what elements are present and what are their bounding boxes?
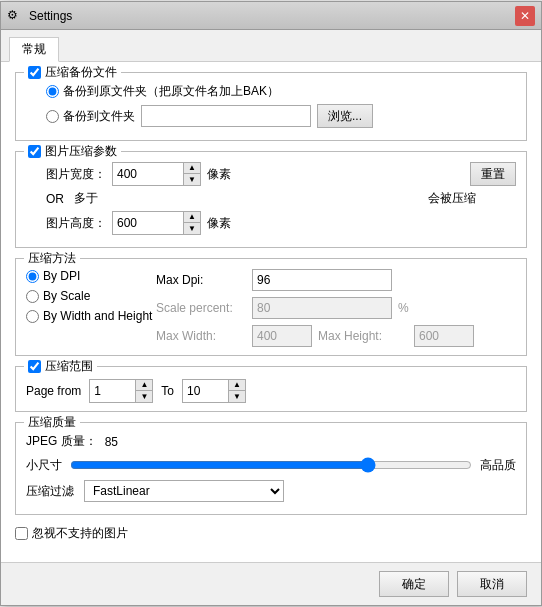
width-label: 图片宽度： [46, 166, 106, 183]
max-width-label: Max Width: [156, 329, 246, 343]
scale-row: Scale percent: % [156, 297, 516, 319]
range-inner: Page from ▲ ▼ To ▲ ▼ [26, 379, 516, 403]
max-dpi-row: Max Dpi: [156, 269, 516, 291]
jpeg-label: JPEG 质量： [26, 433, 97, 450]
image-compress-group: 图片压缩参数 图片宽度： ▲ ▼ 像素 重置 [15, 151, 527, 248]
filter-row: 压缩过滤 FastLinear Linear Lanczos None [26, 480, 516, 502]
browse-button[interactable]: 浏览... [317, 104, 373, 128]
height-unit: 像素 [207, 215, 231, 232]
compress-file-title: 压缩备份文件 [24, 64, 121, 81]
height-spinner-btns: ▲ ▼ [183, 212, 200, 234]
backup-folder-input[interactable] [141, 105, 311, 127]
max-wh-row: Max Width: Max Height: [156, 325, 516, 347]
height-down-btn[interactable]: ▼ [184, 223, 200, 234]
page-from-label: Page from [26, 384, 81, 398]
to-down-btn[interactable]: ▼ [229, 391, 245, 402]
ok-button[interactable]: 确定 [379, 571, 449, 597]
or-row: OR 多于 会被压缩 [26, 190, 516, 207]
compress-method-group: 压缩方法 By DPI By Scale By Width and Height [15, 258, 527, 356]
height-label: 图片高度： [46, 215, 106, 232]
width-down-btn[interactable]: ▼ [184, 174, 200, 185]
filter-select[interactable]: FastLinear Linear Lanczos None [84, 480, 284, 502]
quality-inner: JPEG 质量： 85 小尺寸 高品质 压缩过滤 FastLinear Line… [26, 433, 516, 502]
window-title: Settings [29, 9, 72, 23]
tab-bar: 常规 [1, 30, 541, 62]
image-compress-inner: 图片宽度： ▲ ▼ 像素 重置 OR 多于 [26, 162, 516, 235]
scale-label: Scale percent: [156, 301, 246, 315]
max-height-label: Max Height: [318, 329, 408, 343]
height-row: 图片高度： ▲ ▼ 像素 [26, 211, 516, 235]
method-wh-radio[interactable] [26, 310, 39, 323]
image-compress-checkbox-label[interactable]: 图片压缩参数 [28, 143, 117, 160]
scale-input[interactable] [252, 297, 392, 319]
backup-option1-radio[interactable] [46, 85, 59, 98]
titlebar-left: ⚙ Settings [7, 8, 72, 24]
image-compress-checkbox[interactable] [28, 145, 41, 158]
tab-general[interactable]: 常规 [9, 37, 59, 62]
image-compress-title: 图片压缩参数 [24, 143, 121, 160]
jpeg-quality-row: JPEG 质量： 85 [26, 433, 516, 450]
compress-text: 会被压缩 [428, 190, 476, 207]
footer: 确定 取消 [1, 562, 541, 605]
method-scale-radio[interactable] [26, 290, 39, 303]
more-than-text: 多于 [74, 190, 98, 207]
window-icon: ⚙ [7, 8, 23, 24]
high-quality-label: 高品质 [480, 457, 516, 474]
compress-quality-title: 压缩质量 [24, 414, 80, 431]
max-dpi-label: Max Dpi: [156, 273, 246, 287]
width-up-btn[interactable]: ▲ [184, 163, 200, 174]
ignore-checkbox[interactable] [15, 527, 28, 540]
compress-range-checkbox-label[interactable]: 压缩范围 [28, 358, 93, 375]
height-up-btn[interactable]: ▲ [184, 212, 200, 223]
jpeg-value: 85 [105, 435, 118, 449]
method-scale-label[interactable]: By Scale [26, 289, 156, 303]
settings-window: ⚙ Settings ✕ 常规 压缩备份文件 备份到原文件夹（把原文件名加上BA… [0, 1, 542, 606]
width-input[interactable] [113, 163, 183, 185]
from-input[interactable] [90, 380, 135, 402]
small-size-label: 小尺寸 [26, 457, 62, 474]
reset-button[interactable]: 重置 [470, 162, 516, 186]
method-wh-label[interactable]: By Width and Height [26, 309, 156, 323]
width-row: 图片宽度： ▲ ▼ 像素 重置 [26, 162, 516, 186]
compress-range-group: 压缩范围 Page from ▲ ▼ To ▲ ▼ [15, 366, 527, 412]
height-input[interactable] [113, 212, 183, 234]
to-spinner: ▲ ▼ [182, 379, 246, 403]
compress-method-inner: By DPI By Scale By Width and Height Max … [26, 269, 516, 347]
method-fields: Max Dpi: Scale percent: % Max Width: Max… [156, 269, 516, 347]
method-dpi-label[interactable]: By DPI [26, 269, 156, 283]
backup-option1-label[interactable]: 备份到原文件夹（把原文件名加上BAK） [46, 83, 279, 100]
compress-method-title: 压缩方法 [24, 250, 80, 267]
width-unit: 像素 [207, 166, 231, 183]
ignore-checkbox-label[interactable]: 忽视不支持的图片 [15, 525, 128, 542]
content-area: 压缩备份文件 备份到原文件夹（把原文件名加上BAK） 备份到文件夹 浏 [1, 62, 541, 562]
titlebar: ⚙ Settings ✕ [1, 2, 541, 30]
method-radios: By DPI By Scale By Width and Height [26, 269, 156, 347]
backup-option2-row: 备份到文件夹 浏览... [26, 104, 516, 128]
max-dpi-input[interactable] [252, 269, 392, 291]
compress-range-checkbox[interactable] [28, 360, 41, 373]
backup-option2-radio[interactable] [46, 110, 59, 123]
compress-file-inner: 备份到原文件夹（把原文件名加上BAK） 备份到文件夹 浏览... [26, 83, 516, 128]
backup-option1-row: 备份到原文件夹（把原文件名加上BAK） [26, 83, 516, 100]
to-up-btn[interactable]: ▲ [229, 380, 245, 391]
backup-option2-label[interactable]: 备份到文件夹 [46, 108, 135, 125]
quality-slider[interactable] [70, 456, 472, 474]
from-up-btn[interactable]: ▲ [136, 380, 152, 391]
compress-file-checkbox[interactable] [28, 66, 41, 79]
width-spinner: ▲ ▼ [112, 162, 201, 186]
height-spinner: ▲ ▼ [112, 211, 201, 235]
max-height-input[interactable] [414, 325, 474, 347]
filter-label: 压缩过滤 [26, 483, 76, 500]
cancel-button[interactable]: 取消 [457, 571, 527, 597]
scale-unit: % [398, 301, 409, 315]
compress-file-checkbox-label[interactable]: 压缩备份文件 [28, 64, 117, 81]
method-dpi-radio[interactable] [26, 270, 39, 283]
from-spinner-btns: ▲ ▼ [135, 380, 152, 402]
max-width-input[interactable] [252, 325, 312, 347]
from-down-btn[interactable]: ▼ [136, 391, 152, 402]
to-label: To [161, 384, 174, 398]
close-button[interactable]: ✕ [515, 6, 535, 26]
from-spinner: ▲ ▼ [89, 379, 153, 403]
to-input[interactable] [183, 380, 228, 402]
to-spinner-btns: ▲ ▼ [228, 380, 245, 402]
